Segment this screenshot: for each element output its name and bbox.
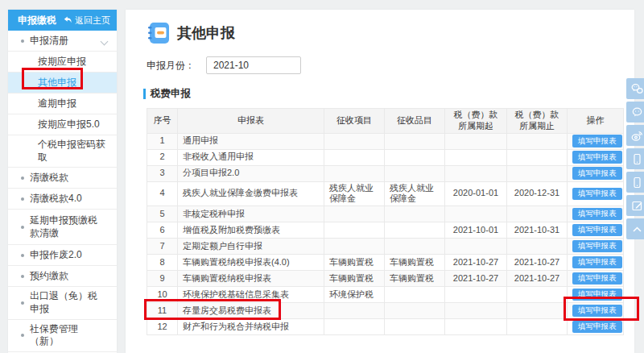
cell-period-end: [507, 287, 568, 303]
mobile-app-button[interactable]: [626, 148, 644, 169]
cell-item: [324, 222, 385, 239]
table-header-row: 序号 申报表 征收项目 征收品目 税（费）款所属期起 税（费）款所属期止 操作: [147, 109, 624, 134]
cell-period-start: 2020-01-01: [445, 181, 507, 206]
cell-item: 车辆购置税: [324, 255, 385, 271]
wechat-icon: [630, 82, 644, 96]
cell-no: 5: [147, 206, 178, 222]
cell-sub-item: 车辆购置税: [385, 271, 445, 287]
sidebar-item-pay-tax-4[interactable]: 清缴税款4.0: [8, 189, 117, 210]
cell-item: [324, 239, 385, 255]
table-row: 1 通用申报 填写申报表: [147, 133, 624, 149]
cell-form-name: 存量房交易税费申报表: [178, 303, 324, 319]
col-header-action: 操作: [568, 109, 624, 134]
cell-period-end: [507, 133, 568, 149]
table-row: 2 非税收入通用申报 填写申报表: [147, 149, 624, 165]
fill-form-button[interactable]: 填写申报表: [572, 289, 622, 301]
sidebar-item-void-declaration[interactable]: 申报作废2.0: [8, 245, 117, 266]
cell-period-start: [445, 133, 507, 149]
month-input[interactable]: [206, 56, 301, 74]
sidebar-item-other-declaration[interactable]: 其他申报: [8, 73, 117, 93]
cell-period-start: 2021-10-27: [445, 271, 507, 287]
back-to-home-label: 返回主页: [75, 15, 110, 27]
cell-form-name: 定期定额户自行申报: [178, 239, 324, 255]
sidebar-item-label: 清缴税款: [30, 172, 68, 185]
sidebar-item-label: 社保费管理（新）: [30, 323, 105, 348]
fill-form-button[interactable]: 填写申报表: [572, 167, 622, 179]
cell-no: 12: [147, 319, 178, 335]
cell-period-end: [507, 165, 568, 181]
cell-sub-item: [385, 206, 445, 222]
col-header-form: 申报表: [178, 109, 324, 134]
table-row: 9 车辆购置税纳税申报表 车辆购置税 车辆购置税 2021-10-27 2021…: [147, 271, 624, 287]
sidebar-item-label: 清缴税款4.0: [30, 193, 82, 206]
table-row: 3 分项目申报2.0 填写申报表: [147, 165, 624, 181]
cell-period-end: 2021-10-27: [507, 271, 568, 287]
table-row: 12 财产和行为税合并纳税申报 填写申报表: [147, 319, 624, 335]
fill-form-button[interactable]: 填写申报表: [572, 240, 622, 252]
mobile-phone-icon: [630, 152, 644, 166]
mobile-app-button-2[interactable]: [626, 172, 644, 193]
cell-sub-item: [385, 239, 445, 255]
cell-sub-item: [385, 165, 445, 181]
table-row: 5 非核定税种申报 填写申报表: [147, 206, 624, 222]
wechat-service-icon: [630, 106, 644, 119]
sidebar-item-periodic-declaration[interactable]: 按期应申报: [8, 52, 117, 73]
cell-form-name: 非核定税种申报: [178, 206, 324, 222]
form-edit-icon: [630, 199, 644, 213]
fill-form-button[interactable]: 填写申报表: [572, 224, 622, 236]
col-header-period-end: 税（费）款所属期止: [507, 109, 568, 134]
cell-form-name: 非税收入通用申报: [178, 149, 324, 165]
fill-form-button[interactable]: 填写申报表: [572, 188, 622, 200]
wechat-service-button[interactable]: [626, 102, 644, 123]
fill-form-button[interactable]: 填写申报表: [572, 151, 622, 163]
cell-form-name: 分项目申报2.0: [178, 165, 324, 181]
sidebar-item-label: 申报清册: [30, 35, 68, 48]
sidebar-item-overdue-declaration[interactable]: 逾期申报: [8, 93, 117, 114]
cell-form-name: 车辆购置税纳税申报表(4.0): [178, 255, 324, 271]
fill-form-button[interactable]: 填写申报表: [572, 305, 622, 317]
bullet-icon: [21, 197, 24, 201]
sidebar-item-export-refund[interactable]: 出口退（免）税申报: [8, 287, 117, 319]
back-to-home-link[interactable]: 返回主页: [64, 15, 110, 27]
sidebar-item-label: 个税申报密码获取: [38, 139, 105, 164]
cell-form-name: 车辆购置税纳税申报表: [178, 271, 324, 287]
fill-form-button[interactable]: 填写申报表: [572, 321, 622, 333]
feedback-form-button[interactable]: [626, 195, 644, 216]
sidebar-item-label: 预约缴款: [30, 270, 68, 283]
cell-item: 残疾人就业保障金: [324, 181, 385, 206]
sidebar-item-declaration-list[interactable]: 申报清册: [8, 31, 117, 52]
cell-no: 3: [147, 165, 178, 181]
sidebar-item-social-insurance-new[interactable]: 社保费管理（新）: [8, 320, 117, 352]
cell-form-name: 通用申报: [178, 133, 324, 149]
notebook-icon: [147, 21, 171, 45]
cell-period-end: 2021-10-27: [507, 255, 568, 271]
cell-sub-item: 残疾人就业保障金: [385, 181, 445, 206]
cell-period-start: [445, 206, 507, 222]
sidebar-item-deferred-prepay[interactable]: 延期申报预缴税款清缴: [8, 210, 117, 245]
sidebar: 申报缴税 返回主页 申报清册 按期应申报 其他申报 逾期申报 按期应申报5.0 …: [8, 10, 117, 353]
wechat-share-button[interactable]: [626, 78, 644, 99]
sidebar-item-tax-password[interactable]: 个税申报密码获取: [8, 135, 117, 168]
cell-no: 4: [147, 181, 178, 206]
sidebar-item-label: 出口退（免）税申报: [30, 290, 105, 315]
weibo-share-button[interactable]: [626, 125, 644, 146]
sidebar-item-pay-tax[interactable]: 清缴税款: [8, 168, 117, 189]
sidebar-item-appointment-payment[interactable]: 预约缴款: [8, 266, 117, 287]
fill-form-button[interactable]: 填写申报表: [572, 135, 622, 147]
cell-period-start: [445, 319, 507, 335]
sidebar-item-label: 延期申报预缴税款清缴: [30, 214, 99, 239]
fill-form-button[interactable]: 填写申报表: [572, 256, 622, 268]
fill-form-button[interactable]: 填写申报表: [572, 272, 622, 284]
col-header-sub-item: 征收品目: [385, 109, 445, 134]
sidebar-item-periodic-declaration-5[interactable]: 按期应申报5.0: [8, 114, 117, 135]
fill-form-button[interactable]: 填写申报表: [572, 208, 622, 220]
cell-no: 2: [147, 149, 178, 165]
back-to-top-button[interactable]: [626, 218, 644, 239]
chevron-up-icon: [630, 222, 644, 236]
sidebar-item-label: 按期应申报5.0: [38, 118, 100, 131]
cell-sub-item: 车辆购置税: [385, 255, 445, 271]
cell-period-end: 2021-10-31: [507, 222, 568, 239]
cell-period-start: [445, 303, 507, 319]
section-header: 税费申报: [143, 87, 634, 101]
cell-form-name: 残疾人就业保障金缴费申报表: [178, 181, 324, 206]
